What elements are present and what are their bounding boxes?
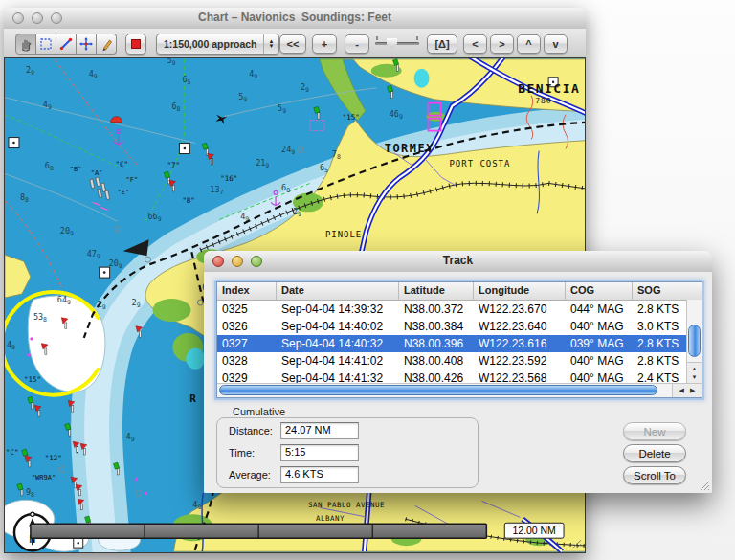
zoom-out-button[interactable]: - (345, 34, 369, 54)
map-label: 780 (535, 97, 551, 105)
horizontal-scroll-arrows[interactable]: ◀ ▶ (672, 384, 702, 397)
table-cell: N38.00.384 (399, 318, 474, 335)
vertical-scrollbar-thumb[interactable] (688, 325, 701, 357)
marquee-icon (38, 36, 54, 52)
track-window: Track IndexDateLatitudeLongitudeCOGSOG 0… (204, 251, 712, 493)
slider-track[interactable] (375, 42, 419, 45)
chart-toolbar: 1:150,000 approach ▲▼ << + - [Δ] < > ^ v (4, 29, 586, 58)
map-label: "B" (70, 166, 82, 173)
zoom-slider[interactable] (375, 36, 419, 50)
map-label: PINOLE (325, 230, 362, 239)
table-cell: 0327 (217, 335, 277, 352)
table-row[interactable]: 0328Sep-04-04 14:41:02N38.00.408W122.23.… (217, 352, 687, 370)
record-track-button[interactable] (125, 34, 146, 55)
scale-range-label: 12.00 NM (513, 526, 556, 536)
table-cell: W122.23.670 (474, 301, 566, 318)
table-header-row: IndexDateLatitudeLongitudeCOGSOG (217, 282, 702, 301)
scroll-to-button[interactable]: Scroll To (623, 466, 686, 484)
table-cell: 0325 (217, 301, 277, 318)
chart-scale-select[interactable]: 1:150,000 approach ▲▼ (156, 34, 279, 55)
pan-left-button[interactable]: < (463, 34, 487, 54)
chart-titlebar[interactable]: Chart – Navionics Soundings: Feet (4, 8, 586, 30)
delta-button[interactable]: [Δ] (427, 34, 457, 54)
track-resize-grip[interactable] (700, 481, 710, 491)
column-header-date[interactable]: Date (277, 282, 399, 300)
pan-up-button[interactable]: ^ (517, 34, 541, 54)
column-header-longitude[interactable]: Longitude (474, 282, 566, 300)
map-label: "12" (45, 454, 62, 462)
table-cell: N38.00.396 (399, 335, 474, 352)
popup-stepper-icon: ▲▼ (263, 34, 278, 54)
time-label: Time: (229, 447, 255, 459)
back-button[interactable]: << (279, 34, 306, 54)
vertical-scrollbar[interactable]: ▲ ▼ (686, 300, 702, 384)
new-button: New (623, 422, 686, 440)
table-row[interactable]: 0327Sep-04-04 14:40:32N38.00.396W122.23.… (217, 335, 687, 352)
distance-field[interactable]: 24.07 NM (280, 422, 359, 439)
map-label: SAN PABLO AVENUE (308, 501, 385, 509)
average-label: Average: (229, 469, 271, 481)
track-titlebar[interactable]: Track (204, 251, 712, 273)
pan-down-button[interactable]: v (544, 34, 568, 54)
map-label: PORT COSTA (449, 159, 510, 168)
delete-button[interactable]: Delete (623, 444, 686, 462)
pencil-icon (99, 36, 114, 52)
scroll-right-icon[interactable]: ▶ (690, 387, 695, 394)
vertical-scroll-arrows[interactable]: ▲ ▼ (687, 362, 702, 384)
slider-tick (416, 36, 418, 40)
table-row[interactable]: 0326Sep-04-04 14:40:02N38.00.384W122.23.… (217, 318, 687, 335)
table-row[interactable]: 0325Sep-04-04 14:39:32N38.00.372W122.23.… (217, 301, 687, 318)
map-label: "A" (91, 169, 103, 177)
slider-thumb[interactable] (387, 38, 397, 49)
average-field[interactable]: 4.6 KTS (280, 466, 359, 483)
bearing-line-tool-button[interactable] (56, 34, 77, 55)
table-cell: W122.23.592 (474, 352, 566, 370)
horizontal-scrollbar[interactable]: ◀ ▶ (217, 383, 702, 397)
table-cell: Sep-04-04 14:41:32 (277, 370, 399, 384)
map-label: TORMEY (385, 142, 434, 155)
pan-right-button[interactable]: > (490, 34, 514, 54)
select-tool-button[interactable] (36, 34, 56, 55)
scroll-left-icon[interactable]: ◀ (679, 387, 684, 394)
table-cell: N38.00.408 (399, 352, 474, 370)
table-row[interactable]: 0329Sep-04-04 14:41:32N38.00.426W122.23.… (217, 370, 687, 384)
pencil-tool-button[interactable] (97, 34, 117, 55)
table-cell: 040° MAG (566, 318, 633, 335)
time-field[interactable]: 5:15 (280, 444, 359, 461)
distance-label: Distance: (229, 425, 273, 437)
table-cell: 039° MAG (566, 335, 633, 352)
table-cell: 040° MAG (566, 370, 633, 384)
map-label: "7" (167, 161, 180, 169)
scroll-down-icon[interactable]: ▼ (692, 373, 698, 382)
table-cell: 2.8 KTS (633, 301, 687, 318)
hand-icon (18, 36, 33, 52)
move-tool-button[interactable] (77, 34, 97, 55)
table-cell: 044° MAG (566, 301, 633, 318)
map-label: "8" (182, 196, 195, 205)
column-header-sog[interactable]: SOG (633, 282, 702, 300)
map-label: ALBANY (316, 514, 345, 523)
column-header-index[interactable]: Index (217, 282, 277, 300)
table-cell: 0326 (217, 318, 277, 335)
cumulative-label: Cumulative (233, 406, 285, 417)
zoom-in-button[interactable]: + (312, 34, 337, 54)
map-label: "WR9A" (32, 474, 56, 482)
table-cell: Sep-04-04 14:40:32 (277, 335, 399, 352)
table-cell: 2.4 KTS (633, 370, 687, 384)
column-header-cog[interactable]: COG (566, 282, 633, 300)
horizontal-scrollbar-thumb[interactable] (219, 385, 657, 395)
table-cell: Sep-04-04 14:40:02 (277, 318, 399, 335)
slider-tick (376, 36, 378, 40)
table-cell: N38.00.372 (399, 301, 474, 318)
scroll-up-icon[interactable]: ▲ (692, 365, 698, 373)
chart-window-title: Chart – Navionics Soundings: Feet (4, 11, 586, 24)
scale-bar: 12.00 NM (31, 523, 564, 538)
track-table: IndexDateLatitudeLongitudeCOGSOG 0325Sep… (216, 281, 702, 398)
map-label: "C" (116, 160, 129, 168)
table-body: 0325Sep-04-04 14:39:32N38.00.372W122.23.… (217, 301, 687, 384)
column-header-latitude[interactable]: Latitude (399, 282, 474, 300)
track-window-title: Track (204, 254, 712, 267)
tool-group (15, 34, 117, 55)
desktop: Chart – Navionics Soundings: Feet (0, 0, 735, 560)
pan-tool-button[interactable] (15, 34, 36, 55)
